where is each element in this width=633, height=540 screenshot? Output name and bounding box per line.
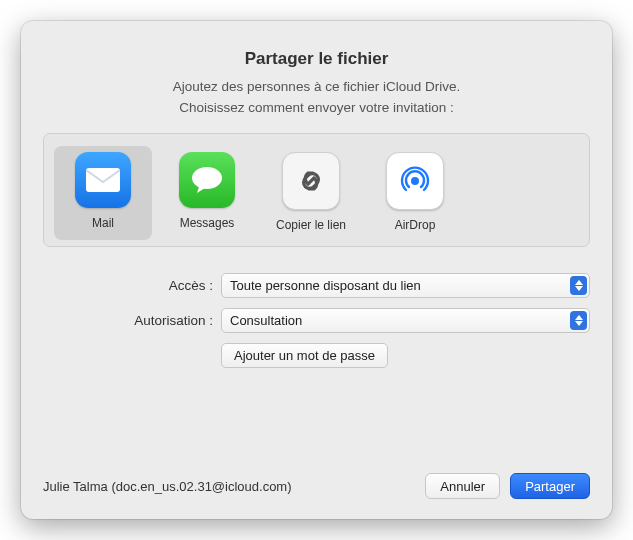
share-method-label: Messages bbox=[160, 216, 254, 230]
cancel-button[interactable]: Annuler bbox=[425, 473, 500, 499]
airdrop-icon bbox=[386, 152, 444, 210]
access-popup[interactable]: Toute personne disposant du lien bbox=[221, 273, 590, 298]
share-method-copy-link[interactable]: Copier le lien bbox=[262, 146, 360, 240]
instruction-text: Choisissez comment envoyer votre invitat… bbox=[21, 100, 612, 115]
share-button[interactable]: Partager bbox=[510, 473, 590, 499]
mail-icon bbox=[75, 152, 131, 208]
messages-icon bbox=[179, 152, 235, 208]
access-label: Accès : bbox=[43, 278, 221, 293]
svg-point-1 bbox=[192, 167, 222, 189]
share-options-form: Accès : Toute personne disposant du lien… bbox=[21, 273, 612, 368]
svg-point-3 bbox=[411, 177, 419, 185]
permission-value: Consultation bbox=[230, 313, 302, 328]
popup-chevrons-icon bbox=[570, 276, 587, 295]
permission-label: Autorisation : bbox=[43, 313, 221, 328]
share-method-label: Mail bbox=[56, 216, 150, 230]
link-icon bbox=[282, 152, 340, 210]
add-password-button[interactable]: Ajouter un mot de passe bbox=[221, 343, 388, 368]
footer: Julie Talma (doc.en_us.02.31@icloud.com)… bbox=[43, 473, 590, 499]
permission-popup[interactable]: Consultation bbox=[221, 308, 590, 333]
share-method-messages[interactable]: Messages bbox=[158, 146, 256, 240]
svg-rect-0 bbox=[86, 168, 120, 192]
share-methods: Mail Messages bbox=[43, 133, 590, 247]
share-sheet: Partager le fichier Ajoutez des personne… bbox=[21, 21, 612, 519]
access-value: Toute personne disposant du lien bbox=[230, 278, 421, 293]
svg-line-2 bbox=[308, 178, 314, 184]
header: Partager le fichier Ajoutez des personne… bbox=[21, 21, 612, 115]
dialog-subtitle: Ajoutez des personnes à ce fichier iClou… bbox=[21, 79, 612, 94]
account-info: Julie Talma (doc.en_us.02.31@icloud.com) bbox=[43, 479, 415, 494]
share-method-airdrop[interactable]: AirDrop bbox=[366, 146, 464, 240]
share-method-label: AirDrop bbox=[368, 218, 462, 232]
share-method-label: Copier le lien bbox=[264, 218, 358, 232]
popup-chevrons-icon bbox=[570, 311, 587, 330]
share-method-mail[interactable]: Mail bbox=[54, 146, 152, 240]
dialog-title: Partager le fichier bbox=[21, 49, 612, 69]
